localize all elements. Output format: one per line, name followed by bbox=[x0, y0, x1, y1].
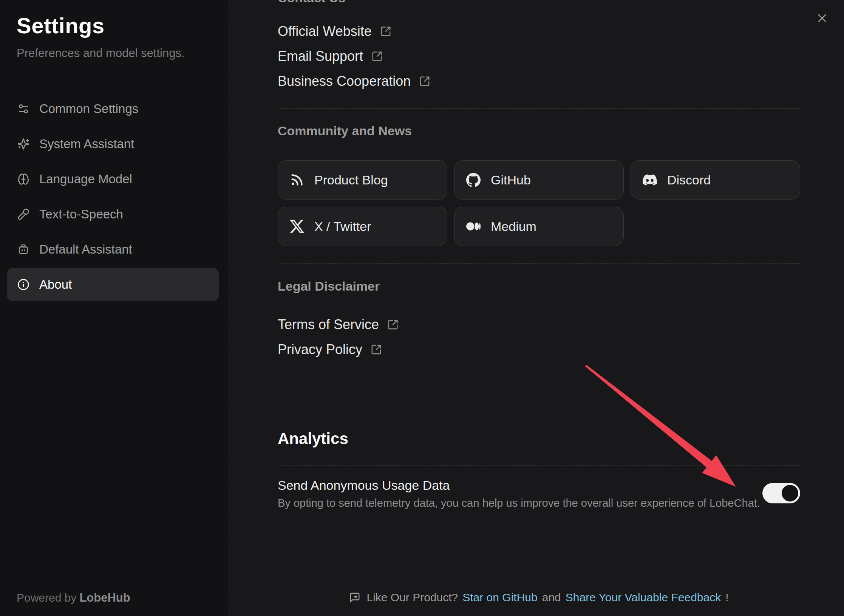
external-link-icon bbox=[419, 76, 430, 87]
page-title: Settings bbox=[17, 14, 218, 38]
footer-text: ! bbox=[725, 591, 728, 604]
sidebar-item-label: About bbox=[39, 277, 72, 292]
close-icon bbox=[815, 20, 829, 26]
toggle-knob bbox=[782, 485, 798, 501]
github-button[interactable]: GitHub bbox=[454, 160, 624, 200]
analytics-setting-row: Send Anonymous Usage Data By opting to s… bbox=[278, 478, 800, 510]
discord-icon bbox=[642, 172, 657, 187]
community-heading: Community and News bbox=[278, 123, 800, 138]
sidebar-item-label: Language Model bbox=[39, 172, 132, 187]
lobehub-brand: LobeHub bbox=[79, 591, 130, 604]
medium-button[interactable]: Medium bbox=[454, 207, 624, 246]
send-usage-data-toggle[interactable] bbox=[762, 483, 800, 503]
sidebar: Settings Preferences and model settings.… bbox=[0, 0, 229, 616]
sidebar-item-language-model[interactable]: Language Model bbox=[7, 163, 219, 196]
business-cooperation-link[interactable]: Business Cooperation bbox=[278, 69, 430, 94]
footer-text: Like Our Product? bbox=[366, 591, 458, 604]
setting-title: Send Anonymous Usage Data bbox=[278, 478, 762, 493]
bot-icon bbox=[17, 243, 29, 255]
sliders-icon bbox=[17, 103, 29, 115]
sidebar-item-label: Text-to-Speech bbox=[39, 207, 123, 222]
link-label: Business Cooperation bbox=[278, 73, 411, 90]
link-label: Terms of Service bbox=[278, 316, 379, 333]
feedback-bubble-icon bbox=[349, 592, 360, 603]
page-subtitle: Preferences and model settings. bbox=[17, 46, 218, 60]
github-icon bbox=[466, 172, 481, 187]
external-link-icon bbox=[371, 344, 382, 355]
discord-button[interactable]: Discord bbox=[631, 160, 800, 200]
product-blog-button[interactable]: Product Blog bbox=[278, 160, 447, 200]
close-button[interactable] bbox=[815, 11, 829, 25]
mic-icon bbox=[17, 208, 29, 220]
section-divider bbox=[278, 263, 800, 264]
about-panel: Contact Us Official Website Email Suppor… bbox=[230, 0, 844, 616]
sidebar-item-label: Common Settings bbox=[39, 101, 138, 116]
button-label: Product Blog bbox=[314, 173, 388, 187]
terms-of-service-link[interactable]: Terms of Service bbox=[278, 312, 399, 337]
sidebar-item-about[interactable]: About bbox=[7, 268, 219, 301]
settings-modal: Settings Preferences and model settings.… bbox=[0, 0, 844, 616]
star-on-github-link[interactable]: Star on GitHub bbox=[462, 591, 537, 604]
external-link-icon bbox=[371, 51, 383, 62]
sidebar-item-system-assistant[interactable]: System Assistant bbox=[7, 127, 219, 161]
sidebar-item-label: Default Assistant bbox=[39, 242, 132, 257]
section-divider bbox=[278, 108, 800, 109]
link-label: Email Support bbox=[278, 48, 363, 65]
sidebar-item-common-settings[interactable]: Common Settings bbox=[7, 92, 219, 125]
brain-icon bbox=[17, 173, 29, 185]
external-link-icon bbox=[387, 319, 399, 330]
link-label: Official Website bbox=[278, 23, 372, 40]
legal-links: Terms of Service Privacy Policy bbox=[278, 312, 800, 362]
x-twitter-button[interactable]: X / Twitter bbox=[278, 207, 447, 246]
powered-by-label: Powered by bbox=[17, 591, 76, 604]
sparkles-icon bbox=[17, 138, 29, 150]
share-feedback-link[interactable]: Share Your Valuable Feedback bbox=[566, 591, 721, 604]
contact-links: Official Website Email Support Business … bbox=[278, 19, 800, 94]
button-label: Discord bbox=[667, 173, 711, 187]
button-label: GitHub bbox=[491, 173, 531, 187]
official-website-link[interactable]: Official Website bbox=[278, 19, 391, 44]
rss-icon bbox=[289, 172, 305, 187]
footer-text: and bbox=[542, 591, 561, 604]
button-label: X / Twitter bbox=[314, 219, 371, 234]
section-divider bbox=[278, 465, 800, 466]
email-support-link[interactable]: Email Support bbox=[278, 44, 383, 69]
settings-nav: Common Settings System Assistant Languag… bbox=[7, 92, 219, 301]
footer-cta: Like Our Product? Star on GitHub and Sha… bbox=[278, 590, 800, 605]
privacy-policy-link[interactable]: Privacy Policy bbox=[278, 337, 382, 362]
sidebar-item-text-to-speech[interactable]: Text-to-Speech bbox=[7, 198, 219, 231]
community-buttons: Product Blog GitHub Discord X / Twitter bbox=[278, 160, 800, 246]
powered-by: Powered byLobeHub bbox=[17, 591, 130, 605]
x-twitter-icon bbox=[289, 219, 305, 234]
analytics-heading: Analytics bbox=[278, 429, 800, 449]
medium-icon bbox=[466, 219, 481, 234]
contact-heading: Contact Us bbox=[278, 0, 800, 5]
info-icon bbox=[17, 279, 29, 291]
setting-description: By opting to send telemetry data, you ca… bbox=[278, 496, 762, 510]
external-link-icon bbox=[380, 26, 391, 37]
sidebar-item-label: System Assistant bbox=[39, 136, 134, 152]
sidebar-item-default-assistant[interactable]: Default Assistant bbox=[7, 233, 219, 266]
legal-heading: Legal Disclaimer bbox=[278, 279, 800, 294]
link-label: Privacy Policy bbox=[278, 341, 362, 358]
button-label: Medium bbox=[491, 219, 536, 234]
